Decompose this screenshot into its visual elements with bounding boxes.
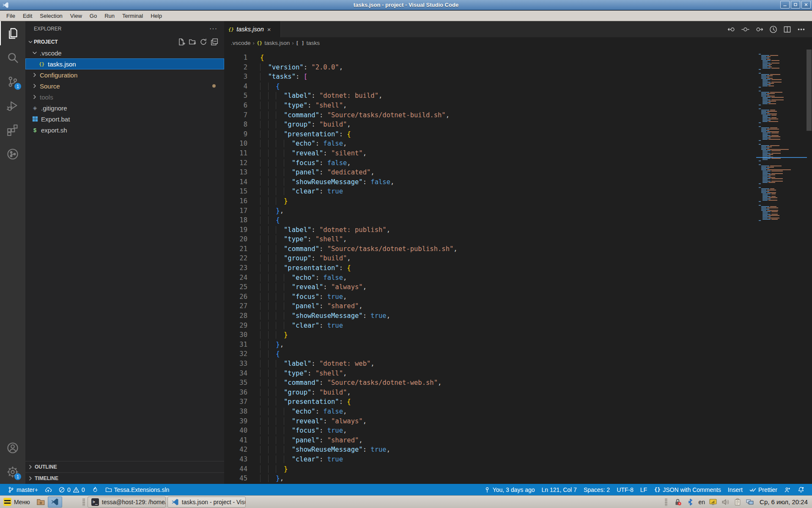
task-window-vscode[interactable]: tasks.json - project - Visual ... — [167, 497, 246, 508]
tree-item-source[interactable]: Source — [25, 80, 224, 91]
nav-back-circle-button[interactable] — [727, 25, 735, 33]
minimap-line — [758, 197, 805, 198]
new-file-button[interactable] — [178, 38, 185, 46]
sync-status[interactable] — [41, 484, 55, 495]
maximize-button[interactable] — [791, 1, 800, 8]
blame-status[interactable]: You, 3 days ago — [480, 486, 538, 493]
section-outline[interactable]: OUTLINE — [25, 461, 224, 472]
collapse-all-button[interactable] — [211, 38, 218, 46]
activity-remote-branch[interactable] — [0, 142, 25, 166]
menu-selection[interactable]: Selection — [36, 11, 66, 20]
keyboard-layout-indicator[interactable]: en — [698, 499, 705, 505]
indent-guide — [268, 207, 276, 215]
solution-status[interactable]: Tessa.Extensions.sln — [102, 484, 173, 495]
line-number: 37 — [224, 397, 247, 407]
indent-guide — [260, 226, 268, 234]
circle-dash-button[interactable] — [741, 25, 749, 33]
task-window-terminal[interactable]: >_tessa@host-129: /home/te... — [88, 497, 166, 508]
code-viewport[interactable]: 1{2 "version": "2.0.0",3 "tasks": [4 {5 … — [224, 49, 812, 484]
screen-lock-icon[interactable] — [674, 498, 682, 506]
split-editor-button[interactable] — [783, 25, 791, 33]
activity-files[interactable] — [0, 21, 25, 45]
minimap-line — [758, 130, 805, 131]
feedback[interactable] — [781, 486, 794, 493]
activity-extensions[interactable] — [0, 118, 25, 142]
more-actions-button[interactable] — [797, 25, 805, 33]
scrollbar-slider[interactable] — [807, 50, 812, 131]
activity-search[interactable] — [0, 45, 25, 69]
breadcrumb-file[interactable]: tasks.json — [264, 40, 290, 46]
encoding[interactable]: UTF-8 — [613, 486, 637, 493]
tree-item-export-sh[interactable]: $export.sh — [25, 124, 224, 135]
tray-grip[interactable] — [665, 498, 667, 506]
cursor-position[interactable]: Ln 121, Col 7 — [538, 486, 580, 493]
problems-status[interactable]: 00 — [55, 484, 88, 495]
taskbar-grip[interactable] — [82, 498, 85, 506]
minimap-line — [758, 99, 805, 100]
activity-settings-gear[interactable]: 1 — [0, 460, 25, 484]
menu-file[interactable]: File — [3, 11, 19, 20]
sidebar-more-actions-icon[interactable]: ··· — [209, 25, 217, 33]
menu-run[interactable]: Run — [101, 11, 118, 20]
menu-terminal[interactable]: Terminal — [118, 11, 147, 20]
line-number: 9 — [224, 130, 247, 139]
menu-edit[interactable]: Edit — [19, 11, 36, 20]
activity-run-debug[interactable] — [0, 94, 25, 118]
network-icon[interactable] — [746, 498, 754, 506]
new-folder-button[interactable] — [189, 38, 196, 46]
clipboard-icon[interactable] — [733, 498, 742, 506]
project-section-header[interactable]: PROJECT — [25, 36, 224, 47]
language-mode[interactable]: {}JSON with Comments — [650, 486, 724, 493]
volume-icon[interactable] — [721, 498, 730, 506]
line-number: 7 — [224, 110, 247, 120]
refresh-button[interactable] — [200, 38, 207, 46]
breadcrumb-folder[interactable]: .vscode — [231, 40, 251, 46]
tree-item-tasks-json[interactable]: {}tasks.json — [25, 58, 224, 69]
code-line: 27 "panel": "shared", — [224, 301, 756, 311]
display-settings-icon[interactable] — [709, 498, 717, 506]
file-manager-launcher[interactable] — [33, 497, 48, 508]
minimize-button[interactable] — [780, 1, 790, 8]
eol[interactable]: LF — [637, 486, 650, 493]
minimap[interactable] — [758, 54, 805, 224]
start-menu-button[interactable]: Меню — [2, 497, 33, 508]
taskbar-clock[interactable]: Ср, 6 июл, 20:24 — [760, 498, 808, 505]
tree-item-configuration[interactable]: Configuration — [25, 69, 224, 80]
tree-item--vscode[interactable]: .vscode — [25, 47, 224, 58]
code-line: 34 "type": "shell", — [224, 369, 756, 378]
insert-mode[interactable]: Insert — [724, 486, 746, 493]
breadcrumb-symbol[interactable]: tasks — [306, 40, 320, 46]
indent-guide — [276, 379, 284, 387]
tree-item--gitignore[interactable]: ◈.gitignore — [25, 102, 224, 113]
indentation[interactable]: Spaces: 2 — [580, 486, 613, 493]
notifications[interactable] — [794, 486, 808, 493]
nav-forward-circle-button[interactable] — [755, 25, 763, 33]
indent-guide — [260, 159, 268, 167]
tree-item-tools[interactable]: tools — [25, 91, 224, 102]
tab-tasks-json[interactable]: {} tasks.json × — [224, 21, 281, 37]
token: : — [363, 446, 371, 453]
section-timeline[interactable]: TIMELINE — [25, 472, 224, 484]
menu-go[interactable]: Go — [86, 11, 101, 20]
close-tab-icon[interactable]: × — [267, 26, 271, 33]
breadcrumb-separator: › — [292, 40, 294, 46]
bluetooth-icon[interactable] — [686, 498, 694, 506]
vertical-scrollbar[interactable] — [806, 49, 812, 484]
activity-account[interactable] — [0, 436, 25, 460]
history-circle-button[interactable] — [769, 25, 777, 33]
menu-view[interactable]: View — [66, 11, 86, 20]
code-lines[interactable]: 1{2 "version": "2.0.0",3 "tasks": [4 {5 … — [224, 53, 756, 483]
git-branch-status[interactable]: master+ — [4, 484, 41, 495]
tree-item-export-bat[interactable]: Export.bat — [25, 113, 224, 124]
minimap-line — [758, 80, 805, 81]
formatter[interactable]: Prettier — [746, 486, 781, 493]
token: , — [343, 370, 347, 377]
indent-guide — [284, 456, 292, 463]
activity-source-control[interactable]: 1 — [0, 69, 25, 94]
indent-guide — [260, 235, 268, 243]
menu-help[interactable]: Help — [147, 11, 166, 20]
minimap-line — [758, 136, 805, 137]
flame-status[interactable] — [88, 484, 102, 495]
vscode-launcher[interactable] — [48, 497, 62, 508]
close-button[interactable] — [801, 1, 811, 8]
